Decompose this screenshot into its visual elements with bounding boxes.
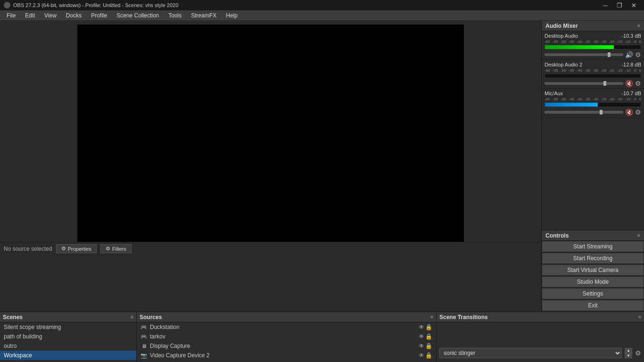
controls-title: Controls	[545, 232, 569, 239]
audio-mixer-expand-icon[interactable]: ≡	[637, 23, 640, 28]
no-source-bar: No source selected ⚙ Properties ⚙ Filter…	[0, 242, 541, 255]
scene-item-path-of-building[interactable]: path of building	[0, 332, 136, 341]
start-virtual-camera-button[interactable]: Start Virtual Camera	[542, 264, 644, 276]
desktop-audio-label: Desktop Audio	[545, 33, 578, 39]
properties-button[interactable]: ⚙ Properties	[56, 244, 97, 253]
video-capture-label: Video Capture Device 2	[150, 352, 416, 359]
mic-aux-db: -10.7 dB	[621, 90, 641, 96]
mic-aux-slider[interactable]	[545, 111, 623, 114]
preview-area: No source selected ⚙ Properties ⚙ Filter…	[0, 21, 541, 312]
transition-spin-down[interactable]: ▼	[625, 353, 632, 358]
filter-icon: ⚙	[106, 246, 110, 252]
menu-tools[interactable]: Tools	[164, 11, 186, 20]
controls-panel: Controls ≡ Start Streaming Start Recordi…	[542, 230, 644, 312]
desktop-audio2-meter	[545, 74, 641, 78]
menu-profile[interactable]: Profile	[86, 11, 112, 20]
titlebar: OBS 27.2.3 (64-bit, windows) - Profile: …	[0, 0, 644, 10]
video-capture-lock-icon[interactable]: 🔒	[425, 352, 432, 359]
mic-aux-meter	[545, 102, 641, 107]
audio-mixer: Audio Mixer ≡ Desktop Audio -10.3 dB -60…	[542, 21, 644, 230]
audio-channel-desktop: Desktop Audio -10.3 dB -60-55-50-45-40-3…	[542, 31, 644, 60]
tarkov-visibility-icon[interactable]: 👁	[419, 333, 424, 340]
audio-mixer-title: Audio Mixer	[545, 23, 578, 29]
desktop-audio2-db: -12.8 dB	[621, 62, 641, 67]
audio-channel-desktop2-header: Desktop Audio 2 -12.8 dB	[545, 62, 641, 67]
tarkov-lock-icon[interactable]: 🔒	[425, 333, 432, 340]
display-capture-lock-icon[interactable]: 🔒	[425, 343, 432, 349]
menu-streamfx[interactable]: StreamFX	[186, 11, 221, 20]
video-capture-visibility-icon[interactable]: 👁	[419, 352, 424, 359]
transitions-panel: Scene Transitions ≡ sonic stinger ▲ ▼ ⚙	[437, 312, 644, 362]
transition-gear-icon[interactable]: ⚙	[635, 349, 641, 357]
studio-mode-button[interactable]: Studio Mode	[542, 276, 644, 288]
transitions-content: sonic stinger ▲ ▼ ⚙	[437, 322, 644, 362]
sources-title-bar: Sources ≡	[137, 312, 436, 322]
desktop-audio-scale: -60-55-50-45-40-35-30-25-20-15-10-50	[545, 40, 641, 44]
start-streaming-button[interactable]: Start Streaming	[542, 241, 644, 252]
mic-aux-mute-icon[interactable]: 🔇	[625, 108, 633, 116]
transition-spin-up[interactable]: ▲	[625, 348, 632, 353]
desktop-audio-mute-icon[interactable]: 🔊	[625, 51, 633, 58]
right-panel: Audio Mixer ≡ Desktop Audio -10.3 dB -60…	[541, 21, 644, 312]
source-item-duckstation[interactable]: 🎮 Duckstation 👁 🔒	[137, 322, 436, 332]
menu-scene-collection[interactable]: Scene Collection	[112, 11, 164, 20]
duckstation-actions: 👁 🔒	[419, 324, 432, 330]
minimize-button[interactable]: ─	[599, 0, 612, 10]
filters-button[interactable]: ⚙ Filters	[100, 244, 132, 253]
settings-button[interactable]: Settings	[542, 288, 644, 299]
menu-file[interactable]: File	[2, 11, 20, 20]
display-capture-icon: 🖥	[140, 343, 147, 349]
desktop-audio-db: -10.3 dB	[621, 33, 641, 39]
source-item-display-capture[interactable]: 🖥 Display Capture 👁 🔒	[137, 341, 436, 351]
mic-aux-fill	[545, 103, 598, 107]
no-source-text: No source selected	[4, 246, 52, 252]
mic-aux-label: Mic/Aux	[545, 90, 563, 96]
exit-button[interactable]: Exit	[542, 300, 644, 311]
tarkov-actions: 👁 🔒	[419, 333, 432, 340]
menu-docks[interactable]: Docks	[61, 11, 86, 20]
gear-icon-properties: ⚙	[61, 246, 66, 252]
transitions-title: Scene Transitions	[439, 314, 488, 321]
menu-edit[interactable]: Edit	[20, 11, 40, 20]
scene-item-silent-scope[interactable]: Silent scope streaming	[0, 322, 136, 332]
duckstation-lock-icon[interactable]: 🔒	[425, 324, 432, 330]
mic-aux-scale: -60-55-50-45-40-35-30-25-20-15-10-50	[545, 97, 641, 101]
video-capture-actions: 👁 🔒	[419, 352, 432, 359]
source-item-video-capture[interactable]: 📷 Video Capture Device 2 👁 🔒	[137, 351, 436, 360]
start-recording-button[interactable]: Start Recording	[542, 253, 644, 264]
scenes-expand-icon[interactable]: ≡	[131, 314, 133, 320]
close-button[interactable]: ✕	[627, 0, 640, 10]
desktop-audio-controls: 🔊 ⚙	[545, 51, 641, 58]
scene-item-workspace[interactable]: Workspace	[0, 351, 136, 360]
desktop-audio-settings-icon[interactable]: ⚙	[635, 51, 641, 58]
desktop-audio-slider[interactable]	[545, 53, 623, 56]
panels-row: Scenes ≡ Silent scope streaming path of …	[0, 312, 644, 362]
scenes-list: Silent scope streaming path of building …	[0, 322, 136, 362]
scene-item-arcade-retro[interactable]: The Arcade retro	[0, 360, 136, 362]
menu-view[interactable]: View	[40, 11, 61, 20]
duckstation-visibility-icon[interactable]: 👁	[419, 324, 424, 330]
controls-expand-icon[interactable]: ≡	[637, 233, 640, 238]
audio-channel-desktop2: Desktop Audio 2 -12.8 dB -60-55-50-45-40…	[542, 60, 644, 89]
transition-select[interactable]: sonic stinger	[439, 348, 622, 358]
sources-title: Sources	[140, 314, 162, 321]
tarkov-label: tarkov	[150, 333, 416, 340]
scene-item-outro[interactable]: outro	[0, 341, 136, 351]
desktop-audio2-label: Desktop Audio 2	[545, 62, 582, 67]
titlebar-left: OBS 27.2.3 (64-bit, windows) - Profile: …	[4, 2, 178, 8]
duckstation-icon: 🎮	[140, 324, 147, 330]
display-capture-visibility-icon[interactable]: 👁	[419, 343, 424, 349]
scenes-panel: Scenes ≡ Silent scope streaming path of …	[0, 312, 137, 362]
mic-aux-settings-icon[interactable]: ⚙	[635, 108, 641, 116]
scenes-title: Scenes	[3, 314, 23, 321]
desktop-audio2-settings-icon[interactable]: ⚙	[635, 80, 641, 87]
transitions-expand-icon[interactable]: ≡	[638, 314, 641, 320]
source-item-tarkov[interactable]: 🎮 tarkov 👁 🔒	[137, 332, 436, 341]
bottom-area: Scenes ≡ Silent scope streaming path of …	[0, 312, 644, 362]
obs-app-icon	[4, 2, 10, 8]
desktop-audio2-mute-icon[interactable]: 🔇	[625, 80, 633, 87]
restore-button[interactable]: ❐	[613, 0, 626, 10]
desktop-audio2-slider[interactable]	[545, 82, 623, 85]
sources-expand-icon[interactable]: ≡	[430, 314, 433, 320]
menu-help[interactable]: Help	[221, 11, 242, 20]
